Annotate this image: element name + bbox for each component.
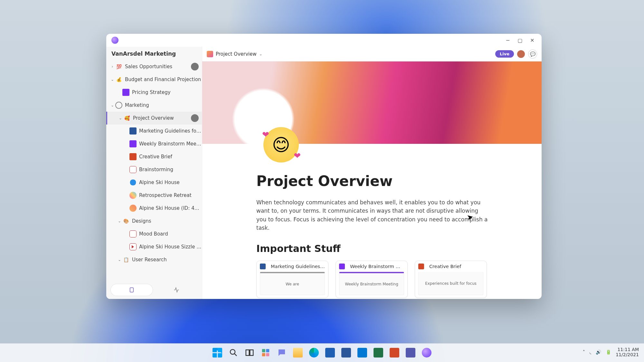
hero-emoji-icon: 😊 (263, 127, 299, 162)
chevron-down-icon[interactable]: ⌄ (117, 257, 122, 262)
card-preview: Weekly Brainstorm Meeting (339, 272, 404, 295)
clock[interactable]: 11:11 AM 11/2/2021 (616, 347, 639, 357)
word-button[interactable] (339, 346, 353, 359)
item-icon (129, 205, 137, 212)
item-icon (129, 230, 137, 237)
explorer-button[interactable] (291, 346, 305, 359)
taskbar: ˄ ◟ 🔊 🔋 11:11 AM 11/2/2021 (0, 343, 644, 362)
live-badge[interactable]: Live (495, 50, 514, 58)
sidebar-item[interactable]: Alpine Ski House (106, 176, 202, 189)
page-emoji-icon (207, 51, 213, 57)
sidebar-item[interactable]: ⌄💰Budget and Financial Projection (106, 73, 202, 86)
titlebar: ─ ▢ ✕ (106, 34, 542, 47)
sidebar-item[interactable]: Brainstorming (106, 163, 202, 176)
sidebar-item[interactable]: Weekly Brainstorm Meeting (106, 137, 202, 150)
sidebar-item[interactable]: Retrospective Retreat (106, 189, 202, 202)
sidebar-item[interactable]: Pricing Strategy (106, 86, 202, 99)
item-icon (129, 192, 137, 199)
chevron-down-icon[interactable]: ⌄ (117, 219, 122, 223)
outlook-button[interactable] (355, 346, 369, 359)
start-button[interactable] (211, 346, 224, 359)
item-icon (129, 243, 137, 250)
svg-rect-3 (250, 350, 253, 356)
chevron-down-icon[interactable]: ⌄ (118, 116, 123, 120)
svg-rect-2 (246, 350, 249, 356)
excel-button[interactable] (372, 346, 385, 359)
page-canvas[interactable]: 😊 Project Overview When technology commu… (202, 61, 542, 299)
chevron-down-icon[interactable]: ⌄ (259, 52, 262, 56)
item-icon (122, 89, 129, 96)
card-title: Creative Brief (429, 264, 483, 269)
item-label: Alpine Ski House Sizzle Re… (139, 244, 202, 250)
minimize-button[interactable]: ─ (502, 34, 514, 46)
loop-button[interactable] (420, 346, 433, 359)
battery-icon[interactable]: 🔋 (606, 349, 611, 355)
page-body[interactable]: When technology communicates and behaves… (256, 198, 488, 232)
item-label: Alpine Ski House (139, 180, 202, 185)
breadcrumb[interactable]: Project Overview (216, 51, 257, 57)
chevron-right-icon[interactable]: › (109, 64, 115, 69)
hero-image: 😊 (202, 61, 542, 144)
item-icon (129, 127, 137, 135)
wifi-icon[interactable]: ◟ (590, 349, 591, 355)
app-window: ─ ▢ ✕ VanArsdel Marketing ›💯Sales Opport… (106, 34, 542, 299)
card-row: Marketing Guidelines f…We areWeekly Brai… (256, 261, 522, 298)
volume-icon[interactable]: 🔊 (596, 349, 601, 355)
sidebar-item[interactable]: Creative Brief (106, 150, 202, 163)
item-label: Project Overview (133, 115, 191, 121)
card-preview: We are (260, 272, 325, 295)
chevron-down-icon[interactable]: ⌄ (109, 77, 115, 82)
section-heading[interactable]: Important Stuff (256, 243, 522, 254)
item-icon (129, 140, 137, 147)
sidebar-item[interactable]: Mood Board (106, 227, 202, 240)
sidebar-item[interactable]: Marketing Guidelines for V… (106, 125, 202, 137)
item-label: Budget and Financial Projection (125, 77, 202, 82)
item-label: Weekly Brainstorm Meeting (139, 141, 202, 147)
item-label: Designs (132, 218, 202, 224)
sidebar-item[interactable]: ⌄Marketing (106, 99, 202, 112)
item-icon (129, 179, 137, 186)
presence-avatar (191, 63, 199, 70)
pages-tab-button[interactable] (111, 284, 153, 296)
card-icon (339, 264, 345, 269)
edge-button[interactable] (307, 346, 321, 359)
svg-rect-0 (130, 288, 134, 292)
item-icon (129, 153, 137, 160)
activity-tab-button[interactable] (156, 284, 198, 296)
item-icon (129, 166, 137, 173)
sidebar-item[interactable]: ⌄🥰Project Overview (106, 112, 202, 125)
nav-tree: ›💯Sales Opportunities⌄💰Budget and Financ… (106, 60, 202, 281)
item-label: Sales Opportunities (125, 64, 191, 70)
presence-avatar[interactable] (516, 50, 526, 59)
presence-avatar (191, 114, 199, 122)
content-header: Project Overview ⌄ Live 💬 (202, 47, 542, 61)
teams-button[interactable] (404, 346, 417, 359)
search-button[interactable] (227, 346, 240, 359)
sidebar-item[interactable]: Alpine Ski House (ID: 487… (106, 202, 202, 215)
item-label: Retrospective Retreat (139, 192, 202, 198)
sidebar-item[interactable]: Alpine Ski House Sizzle Re… (106, 240, 202, 253)
item-icon (115, 102, 122, 109)
task-view-button[interactable] (243, 346, 256, 359)
sidebar-item[interactable]: ⌄🎨Designs (106, 215, 202, 227)
content-pane: Project Overview ⌄ Live 💬 😊 Project Over… (202, 47, 542, 299)
close-button[interactable]: ✕ (526, 34, 538, 46)
powerpoint-button[interactable] (388, 346, 401, 359)
chevron-down-icon[interactable]: ⌄ (109, 103, 115, 107)
maximize-button[interactable]: ▢ (514, 34, 526, 46)
content-card[interactable]: Marketing Guidelines f…We are (256, 261, 328, 298)
sidebar-item[interactable]: ⌄📋User Research (106, 253, 202, 266)
content-card[interactable]: Creative BriefExperiences built for focu… (415, 261, 487, 298)
content-card[interactable]: Weekly Brainstorm Me…Weekly Brainstorm M… (336, 261, 408, 298)
item-label: Pricing Strategy (132, 89, 202, 95)
page-title[interactable]: Project Overview (256, 173, 522, 189)
system-tray[interactable]: ˄ ◟ 🔊 🔋 11:11 AM 11/2/2021 (583, 347, 639, 357)
comments-button[interactable]: 💬 (528, 50, 537, 59)
store-button[interactable] (323, 346, 337, 359)
tray-chevron-icon[interactable]: ˄ (583, 349, 585, 355)
sidebar-item[interactable]: ›💯Sales Opportunities (106, 60, 202, 73)
svg-rect-7 (266, 353, 269, 356)
chat-button[interactable] (275, 346, 289, 359)
widgets-button[interactable] (259, 346, 272, 359)
card-icon (418, 264, 424, 269)
